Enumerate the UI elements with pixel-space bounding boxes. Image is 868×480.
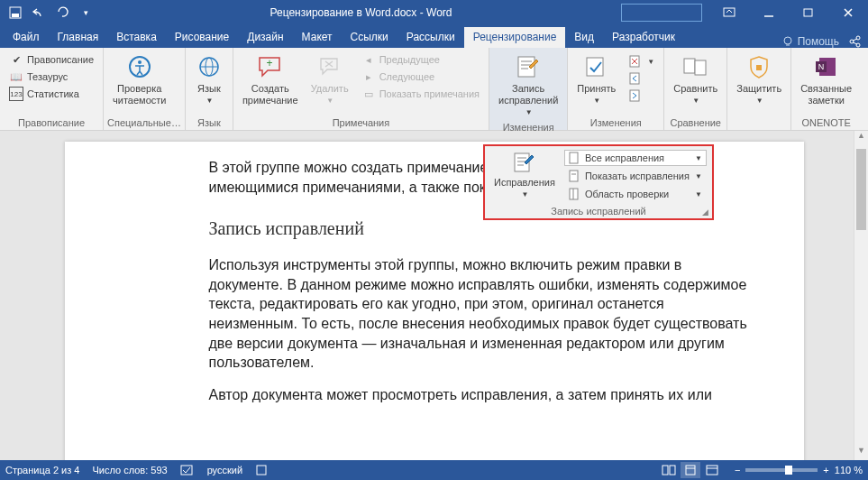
stats-label: Статистика (27, 88, 79, 99)
show-icon: ▭ (361, 87, 376, 101)
delete-comment-button[interactable]: Удалить▼ (306, 50, 354, 108)
language-button[interactable]: Язык▼ (189, 50, 229, 108)
display-mode-label: Все исправления (585, 152, 690, 163)
close-button[interactable] (828, 0, 868, 25)
page-indicator[interactable]: Страница 2 из 4 (5, 465, 79, 475)
protect-button[interactable]: Защитить▼ (731, 50, 787, 108)
save-button[interactable] (5, 3, 25, 23)
reviewing-pane-dropdown[interactable]: Область проверки▼ (564, 186, 707, 202)
tab-draw[interactable]: Рисование (166, 27, 238, 48)
title-bar: ▾ Рецензирование в Word.docx - Word (0, 0, 868, 25)
show-comments-button: ▭Показать примечания (360, 86, 481, 102)
ribbon-tabs: Файл Главная Вставка Рисование Дизайн Ма… (0, 25, 868, 48)
tab-file[interactable]: Файл (4, 27, 49, 48)
tab-mailings[interactable]: Рассылки (397, 27, 464, 48)
tab-review[interactable]: Рецензирование (464, 27, 566, 48)
dialog-launcher-icon[interactable]: ◢ (702, 208, 708, 217)
compare-icon (681, 52, 710, 81)
tab-insert[interactable]: Вставка (107, 27, 166, 48)
chevron-down-icon: ▼ (692, 97, 699, 106)
previous-comment-button: ◂Предыдущее (360, 51, 481, 68)
compare-button[interactable]: Сравнить▼ (668, 50, 723, 108)
language-indicator[interactable]: русский (207, 465, 242, 475)
share-button[interactable] (848, 35, 861, 48)
svg-rect-17 (587, 58, 603, 76)
doc-heading: Запись исправлений (209, 218, 750, 239)
zoom-out-button[interactable]: − (735, 465, 740, 475)
svg-text:+: + (266, 57, 272, 69)
show-markup-dropdown[interactable]: Показать исправления▼ (564, 168, 707, 184)
group-tracking: Запись исправлений▼ Изменения (489, 48, 568, 130)
accept-button[interactable]: Принять▼ (571, 50, 621, 108)
svg-rect-36 (670, 466, 675, 475)
scroll-up-button[interactable]: ▲ (854, 131, 868, 145)
macro-status[interactable] (255, 464, 268, 476)
tab-home[interactable]: Главная (49, 27, 108, 48)
reject-button[interactable]: ▼ (626, 53, 656, 69)
new-comment-button[interactable]: + Создать примечание (237, 50, 304, 109)
word-count[interactable]: Число слов: 593 (92, 465, 167, 475)
tab-references[interactable]: Ссылки (342, 27, 397, 48)
scroll-thumb[interactable] (856, 149, 866, 230)
group-comments: + Создать примечание Удалить▼ ◂Предыдуще… (233, 48, 489, 130)
callout-track-button[interactable]: Исправления▼ (490, 150, 559, 201)
redo-button[interactable] (52, 3, 72, 23)
maximize-button[interactable] (789, 0, 828, 25)
group-language-label: Язык (189, 115, 229, 130)
track-icon (512, 152, 537, 175)
svg-rect-20 (630, 90, 639, 101)
group-compare-label: Сравнение (668, 115, 723, 130)
onenote-icon: N (812, 52, 841, 81)
tab-developer[interactable]: Разработчик (603, 27, 684, 48)
group-protect: Защитить▼ (727, 48, 791, 130)
chevron-down-icon: ▼ (756, 97, 763, 106)
zoom-level[interactable]: 110 % (835, 465, 863, 475)
print-layout-button[interactable] (681, 462, 700, 478)
onenote-button[interactable]: N Связанные заметки (795, 50, 857, 109)
word-count-button[interactable]: 123Статистика (7, 86, 96, 102)
shield-icon (745, 52, 773, 81)
tab-view[interactable]: Вид (565, 27, 603, 48)
spell-check-status[interactable] (180, 464, 195, 476)
comment-icon: + (256, 52, 285, 81)
web-layout-button[interactable] (702, 462, 722, 478)
display-mode-dropdown[interactable]: Все исправления▼ (564, 150, 707, 166)
prev-label: Предыдущее (379, 54, 440, 65)
chevron-down-icon: ▼ (525, 108, 533, 117)
minimize-button[interactable] (749, 0, 789, 25)
tracking-callout: Исправления▼ Все исправления▼ Показать и… (483, 144, 714, 220)
undo-button[interactable] (29, 3, 49, 23)
status-bar: Страница 2 из 4 Число слов: 593 русский … (0, 460, 868, 480)
doc-p2: Используя инструменты этой группы, можно… (209, 255, 750, 373)
onenote-label: Связанные заметки (800, 83, 852, 106)
svg-rect-33 (181, 466, 192, 475)
read-mode-button[interactable] (659, 462, 679, 478)
scroll-down-button[interactable]: ▼ (854, 446, 868, 460)
page-icon (569, 152, 581, 164)
accessibility-check-button[interactable]: Проверка читаемости (107, 50, 171, 109)
group-proofing-label: Правописание (4, 115, 99, 130)
tab-layout[interactable]: Макет (293, 27, 342, 48)
svg-point-11 (138, 60, 142, 64)
accept-label: Принять (577, 83, 616, 95)
chevron-down-icon: ▼ (326, 97, 333, 106)
tell-me[interactable]: Помощь (781, 35, 839, 48)
zoom-slider[interactable] (745, 468, 818, 472)
tab-design[interactable]: Дизайн (238, 27, 292, 48)
svg-rect-29 (570, 171, 578, 181)
zoom-in-button[interactable]: + (823, 465, 828, 475)
spelling-label: Правописание (27, 54, 94, 65)
vertical-scrollbar[interactable]: ▲ ▼ (854, 131, 868, 460)
svg-rect-28 (570, 152, 578, 163)
account-box[interactable] (621, 4, 702, 22)
ribbon-options-button[interactable] (709, 0, 749, 25)
accept-icon (582, 52, 611, 81)
spelling-button[interactable]: ✔Правописание (7, 51, 96, 68)
next-change-button[interactable] (626, 88, 656, 104)
thesaurus-button[interactable]: 📖Тезаурус (7, 69, 96, 85)
view-buttons (659, 462, 722, 478)
zoom-thumb[interactable] (785, 466, 792, 475)
prev-change-button[interactable] (626, 70, 656, 87)
track-changes-button[interactable]: Запись исправлений▼ (493, 50, 563, 120)
qat-customize[interactable]: ▾ (76, 3, 96, 23)
